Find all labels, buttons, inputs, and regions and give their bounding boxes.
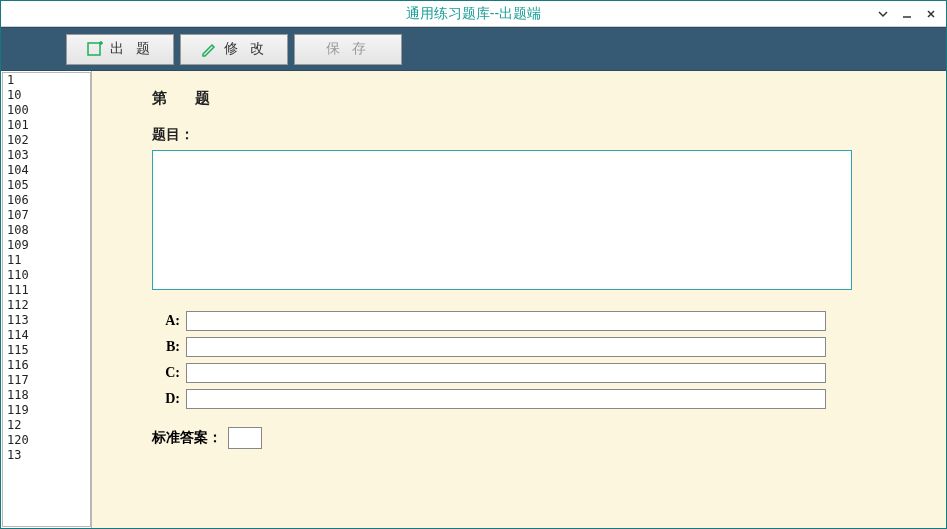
titlebar: 通用练习题库--出题端 bbox=[1, 1, 946, 27]
new-question-button[interactable]: 出 题 bbox=[66, 34, 174, 65]
window-title: 通用练习题库--出题端 bbox=[1, 5, 946, 23]
editor-panel: 第题 题目： A:B:C:D: 标准答案： bbox=[92, 71, 946, 528]
list-item[interactable]: 111 bbox=[3, 283, 90, 298]
option-input[interactable] bbox=[186, 311, 826, 331]
close-button[interactable] bbox=[922, 5, 940, 23]
list-item[interactable]: 10 bbox=[3, 88, 90, 103]
question-number-line: 第题 bbox=[152, 89, 912, 108]
list-item[interactable]: 100 bbox=[3, 103, 90, 118]
edit-label: 修 改 bbox=[224, 40, 268, 58]
sidebar: 1101001011021031041051061071081091111011… bbox=[1, 71, 92, 528]
answer-line: 标准答案： bbox=[152, 427, 912, 449]
option-label: A: bbox=[152, 313, 186, 329]
new-icon bbox=[86, 40, 104, 58]
answer-input[interactable] bbox=[228, 427, 262, 449]
list-item[interactable]: 102 bbox=[3, 133, 90, 148]
list-item[interactable]: 116 bbox=[3, 358, 90, 373]
dropdown-icon[interactable] bbox=[874, 5, 892, 23]
qnum-prefix: 第 bbox=[152, 90, 167, 106]
list-item[interactable]: 114 bbox=[3, 328, 90, 343]
list-item[interactable]: 109 bbox=[3, 238, 90, 253]
edit-icon bbox=[200, 40, 218, 58]
minimize-button[interactable] bbox=[898, 5, 916, 23]
question-textarea[interactable] bbox=[152, 150, 852, 290]
option-input[interactable] bbox=[186, 389, 826, 409]
save-label: 保 存 bbox=[326, 40, 370, 58]
new-question-label: 出 题 bbox=[110, 40, 154, 58]
option-input[interactable] bbox=[186, 337, 826, 357]
list-item[interactable]: 120 bbox=[3, 433, 90, 448]
answer-label: 标准答案： bbox=[152, 429, 222, 447]
list-item[interactable]: 1 bbox=[3, 73, 90, 88]
list-item[interactable]: 13 bbox=[3, 448, 90, 463]
list-item[interactable]: 113 bbox=[3, 313, 90, 328]
list-item[interactable]: 108 bbox=[3, 223, 90, 238]
list-item[interactable]: 112 bbox=[3, 298, 90, 313]
list-item[interactable]: 101 bbox=[3, 118, 90, 133]
option-row: A: bbox=[152, 311, 912, 331]
option-row: B: bbox=[152, 337, 912, 357]
toolbar: 出 题 修 改 保 存 bbox=[1, 27, 946, 71]
list-item[interactable]: 104 bbox=[3, 163, 90, 178]
svg-rect-3 bbox=[88, 43, 100, 55]
save-button[interactable]: 保 存 bbox=[294, 34, 402, 65]
question-list[interactable]: 1101001011021031041051061071081091111011… bbox=[2, 72, 91, 527]
list-item[interactable]: 105 bbox=[3, 178, 90, 193]
list-item[interactable]: 103 bbox=[3, 148, 90, 163]
edit-button[interactable]: 修 改 bbox=[180, 34, 288, 65]
question-label: 题目： bbox=[152, 126, 912, 144]
option-label: C: bbox=[152, 365, 186, 381]
list-item[interactable]: 117 bbox=[3, 373, 90, 388]
window-controls bbox=[874, 1, 940, 26]
body: 1101001011021031041051061071081091111011… bbox=[1, 71, 946, 528]
list-item[interactable]: 110 bbox=[3, 268, 90, 283]
list-item[interactable]: 107 bbox=[3, 208, 90, 223]
list-item[interactable]: 11 bbox=[3, 253, 90, 268]
list-item[interactable]: 115 bbox=[3, 343, 90, 358]
option-label: B: bbox=[152, 339, 186, 355]
qnum-suffix: 题 bbox=[195, 90, 210, 106]
option-row: C: bbox=[152, 363, 912, 383]
list-item[interactable]: 119 bbox=[3, 403, 90, 418]
option-label: D: bbox=[152, 391, 186, 407]
list-item[interactable]: 118 bbox=[3, 388, 90, 403]
option-input[interactable] bbox=[186, 363, 826, 383]
list-item[interactable]: 12 bbox=[3, 418, 90, 433]
app-window: 通用练习题库--出题端 出 题 bbox=[0, 0, 947, 529]
option-row: D: bbox=[152, 389, 912, 409]
options-block: A:B:C:D: bbox=[152, 311, 912, 409]
list-item[interactable]: 106 bbox=[3, 193, 90, 208]
